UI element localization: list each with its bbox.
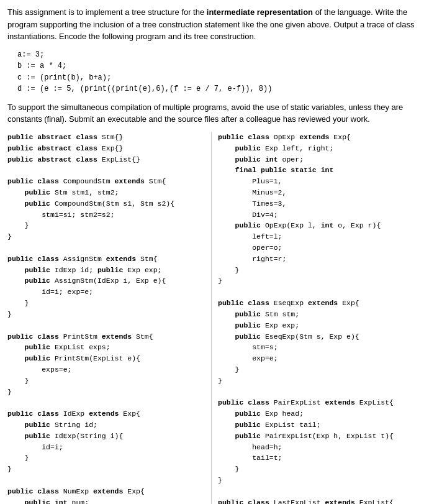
left-line: public CompoundStm(Stm s1, Stm s2){	[7, 198, 206, 209]
right-line: public PairExpList(Exp h, ExpList t){	[218, 431, 417, 442]
right-line: stm=s;	[218, 342, 417, 353]
code-columns: public abstract class Stm{} public abstr…	[7, 132, 417, 504]
left-line: public PrintStm(ExpList e){	[7, 353, 206, 364]
right-line: exp=e;	[218, 353, 417, 364]
right-spacer	[218, 486, 417, 497]
right-line: public Stm stm;	[218, 309, 417, 320]
right-line: }	[218, 464, 417, 475]
left-line: public String id;	[7, 419, 206, 431]
left-line: id=i; exp=e;	[7, 286, 206, 298]
right-line: }	[218, 375, 417, 387]
left-line: public IdExp(String i){	[7, 431, 206, 442]
right-line: public Exp exp;	[218, 320, 417, 331]
left-line: public abstract class Exp{}	[7, 143, 206, 154]
right-line: oper=o;	[218, 242, 417, 254]
right-line: }	[218, 364, 417, 375]
left-line: }	[7, 387, 206, 398]
right-line: }	[218, 265, 417, 276]
left-spacer	[7, 165, 206, 176]
right-spacer	[218, 286, 417, 298]
right-line: Plus=1,	[218, 176, 417, 187]
right-line: Times=3,	[218, 198, 417, 209]
left-line: public Stm stm1, stm2;	[7, 187, 206, 198]
left-line: }	[7, 452, 206, 464]
left-line: public class NumExp extends Exp{	[7, 486, 206, 497]
left-line: id=i;	[7, 442, 206, 453]
left-spacer	[7, 475, 206, 486]
right-line: tail=t;	[218, 452, 417, 464]
right-line: public Exp head;	[218, 408, 417, 419]
left-line: public class AssignStm extends Stm{	[7, 254, 206, 265]
right-line: Minus=2,	[218, 187, 417, 198]
right-line: public OpExp(Exp l, int o, Exp r){	[218, 220, 417, 231]
right-line: Div=4;	[218, 209, 417, 221]
left-line: public class IdExp extends Exp{	[7, 408, 206, 419]
right-line: public ExpList tail;	[218, 419, 417, 431]
left-line: }	[7, 375, 206, 387]
left-line: public abstract class ExpList{}	[7, 154, 206, 165]
left-line: }	[7, 309, 206, 320]
left-spacer	[7, 397, 206, 408]
left-line: }	[7, 231, 206, 242]
right-line: public int oper;	[218, 154, 417, 165]
left-line: }	[7, 464, 206, 475]
right-line: public Exp left, right;	[218, 143, 417, 154]
right-line: left=l;	[218, 231, 417, 242]
left-column: public abstract class Stm{} public abstr…	[7, 132, 212, 504]
right-line: right=r;	[218, 254, 417, 265]
left-line: public class CompoundStm extends Stm{	[7, 176, 206, 187]
right-line: public EseqExp(Stm s, Exp e){	[218, 331, 417, 342]
left-spacer	[7, 320, 206, 331]
right-line: }	[218, 275, 417, 286]
left-spacer	[7, 242, 206, 254]
left-line: stm1=s1; stm2=s2;	[7, 209, 206, 221]
right-line: }	[218, 475, 417, 486]
right-line: head=h;	[218, 442, 417, 453]
code-line-2: b := a * 4;	[17, 60, 417, 72]
description-para1: This assignment is to implement a tree s…	[7, 6, 417, 43]
code-block: a:= 3; b := a * 4; c := (print(b), b+a);…	[17, 49, 417, 95]
right-column: public class OpExp extends Exp{ public E…	[212, 132, 417, 504]
right-line: public class OpExp extends Exp{	[218, 132, 417, 143]
description-para2: To support the simultaneous compilation …	[7, 101, 417, 126]
left-line: public abstract class Stm{}	[7, 132, 206, 143]
left-line: }	[7, 220, 206, 231]
right-line: public class LastExpList extends ExpList…	[218, 497, 417, 504]
right-line: public class PairExpList extends ExpList…	[218, 397, 417, 408]
left-line: public AssignStm(IdExp i, Exp e){	[7, 275, 206, 286]
left-line: public int num;	[7, 497, 206, 504]
code-line-3: c := (print(b), b+a);	[17, 72, 417, 84]
code-line-4: d := (e := 5, (print((print(e),6),(f := …	[17, 83, 417, 95]
right-spacer	[218, 387, 417, 398]
right-line: public class EseqExp extends Exp{	[218, 298, 417, 309]
left-line: public IdExp id; public Exp exp;	[7, 265, 206, 276]
left-line: exps=e;	[7, 364, 206, 375]
left-line: public ExpList exps;	[7, 342, 206, 353]
left-line: public class PrintStm extends Stm{	[7, 331, 206, 342]
left-line: }	[7, 298, 206, 309]
code-line-1: a:= 3;	[17, 49, 417, 61]
right-line: final public static int	[218, 165, 417, 176]
